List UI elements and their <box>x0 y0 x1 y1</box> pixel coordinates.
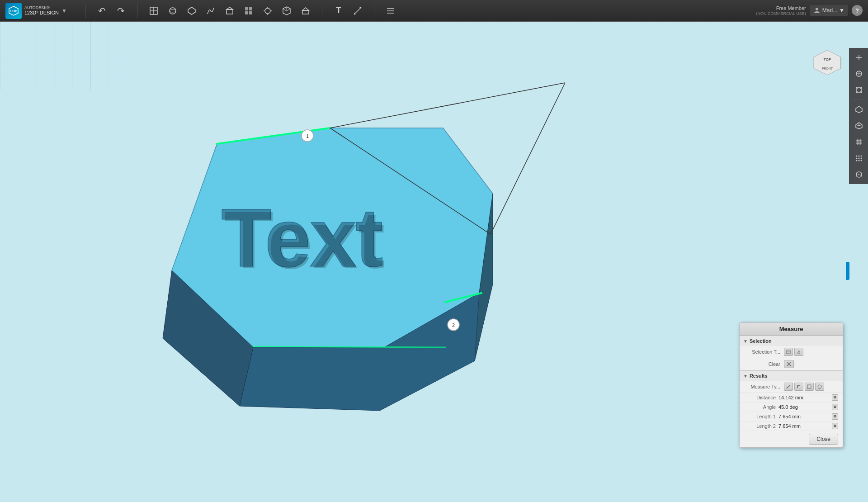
distance-row: Distance 14.142 mm ⧉ <box>740 393 843 403</box>
angle-copy-btn[interactable]: ⧉ <box>832 404 838 410</box>
svg-rect-12 <box>245 11 248 14</box>
freeform-btn[interactable] <box>203 3 219 19</box>
grid-toggle-btn[interactable] <box>851 134 867 150</box>
main-toolbar: 123D AUTODESK® 123D° DESIGN ▼ ↶ ↷ <box>0 0 868 22</box>
svg-rect-23 <box>302 10 309 14</box>
close-row: Close <box>740 431 843 447</box>
measure-type-btn3[interactable] <box>805 383 814 391</box>
angle-row: Angle 45.0 deg ⧉ <box>740 403 843 412</box>
distance-copy-btn[interactable]: ⧉ <box>832 394 838 401</box>
svg-point-77 <box>860 158 862 159</box>
new-tool-btn[interactable] <box>146 3 162 19</box>
logo-dropdown-btn[interactable]: ▼ <box>61 8 67 14</box>
side-panel-toggle[interactable] <box>846 262 849 280</box>
navigation-cube[interactable]: TOP FRONT <box>809 48 845 84</box>
svg-line-21 <box>283 9 287 11</box>
selection-type-btn2[interactable] <box>794 348 803 356</box>
svg-rect-10 <box>245 7 248 10</box>
selection-arrow: ▼ <box>743 339 748 344</box>
length1-copy-btn[interactable]: ⧉ <box>832 413 838 420</box>
logo-area[interactable]: 123D AUTODESK® 123D° DESIGN ▼ <box>0 3 81 19</box>
undo-button[interactable]: ↶ <box>94 3 110 19</box>
results-arrow: ▼ <box>743 374 748 379</box>
perspective-btn[interactable] <box>851 102 867 117</box>
svg-rect-11 <box>249 7 252 10</box>
right-side-toolbar <box>849 48 868 184</box>
redo-button[interactable]: ↷ <box>113 3 129 19</box>
sep1 <box>85 4 85 18</box>
results-section-label: Results <box>750 373 768 379</box>
measure-type-row: Measure Ty... <box>740 381 843 393</box>
svg-point-79 <box>858 160 859 161</box>
selection-section-header[interactable]: ▼ Selection <box>740 336 843 346</box>
svg-point-5 <box>170 8 176 14</box>
view-tools-group <box>141 3 318 19</box>
measure-panel-title: Measure <box>740 323 843 336</box>
length2-value: 7.654 mm <box>778 423 832 429</box>
pan-btn[interactable] <box>851 66 867 81</box>
material-btn[interactable] <box>851 167 867 182</box>
distance-value: 14.142 mm <box>778 395 832 400</box>
right-toolbar: Free Member (NON COMMERCIAL USE) Mad... … <box>756 5 868 17</box>
distance-label: Distance <box>744 395 776 400</box>
measure-tool-btn[interactable] <box>349 3 366 19</box>
sep2 <box>137 4 137 18</box>
measure-type-btn4[interactable] <box>815 383 824 391</box>
3d-viewport[interactable]: Text Text 1 2 TOP FRONT <box>0 22 868 502</box>
selection-type-controls <box>784 348 803 356</box>
measure-panel: Measure ▼ Selection Selection T... Clear <box>739 322 843 448</box>
svg-line-40 <box>491 83 565 234</box>
primitives-btn[interactable] <box>165 3 181 19</box>
text-measure-group: T <box>326 3 370 19</box>
selection-section-label: Selection <box>750 338 772 344</box>
selection-type-btn1[interactable] <box>784 348 793 356</box>
length2-copy-btn[interactable]: ⧉ <box>832 423 838 429</box>
modify-btn[interactable] <box>222 3 238 19</box>
svg-marker-9 <box>226 7 233 9</box>
help-button[interactable]: ? <box>852 5 863 16</box>
3d-shape-svg: Text Text 1 2 <box>0 22 868 502</box>
svg-text:1: 1 <box>306 133 309 139</box>
sep3 <box>322 4 322 18</box>
close-button[interactable]: Close <box>809 434 838 445</box>
length1-value: 7.654 mm <box>778 414 832 419</box>
snap-grid-btn[interactable] <box>851 151 867 166</box>
extrude-btn[interactable] <box>297 3 314 19</box>
clear-label: Clear <box>744 361 780 367</box>
snap-btn[interactable] <box>259 3 276 19</box>
svg-point-28 <box>816 8 818 10</box>
measure-type-btn2[interactable] <box>794 383 803 391</box>
pattern-btn[interactable] <box>241 3 257 19</box>
svg-line-64 <box>856 125 859 126</box>
selection-type-label: Selection T... <box>744 349 780 355</box>
svg-text:2: 2 <box>452 322 455 328</box>
length1-label: Length 1 <box>744 414 776 419</box>
zoom-fit-btn[interactable] <box>851 82 867 98</box>
wireframe-btn[interactable] <box>851 118 867 133</box>
app-name-text: AUTODESK® 123D° DESIGN <box>24 5 59 16</box>
length1-row: Length 1 7.654 mm ⧉ <box>740 412 843 421</box>
box-btn[interactable] <box>278 3 295 19</box>
svg-line-38 <box>330 83 565 128</box>
svg-text:123D: 123D <box>10 9 18 13</box>
text-tool-btn[interactable]: T <box>330 3 347 19</box>
measure-type-btn1[interactable] <box>784 383 793 391</box>
length2-row: Length 2 7.654 mm ⧉ <box>740 421 843 431</box>
svg-rect-13 <box>249 11 252 14</box>
user-menu-btn[interactable]: Mad... ▼ <box>810 5 848 16</box>
measure-type-controls <box>784 383 824 391</box>
side-sep-1 <box>853 99 865 100</box>
undo-redo-group: ↶ ↷ <box>89 3 133 19</box>
measure-type-label: Measure Ty... <box>744 384 780 389</box>
results-section-header[interactable]: ▼ Results <box>740 370 843 381</box>
svg-point-87 <box>818 385 821 388</box>
svg-point-74 <box>860 156 862 157</box>
layers-btn[interactable] <box>382 3 399 19</box>
angle-label: Angle <box>744 404 776 410</box>
zoom-in-btn[interactable] <box>851 50 867 65</box>
angle-value: 45.0 deg <box>778 404 832 410</box>
svg-text:TOP: TOP <box>824 57 831 62</box>
smart-shapes-btn[interactable] <box>184 3 200 19</box>
svg-line-65 <box>859 125 862 126</box>
clear-btn[interactable] <box>784 360 794 368</box>
